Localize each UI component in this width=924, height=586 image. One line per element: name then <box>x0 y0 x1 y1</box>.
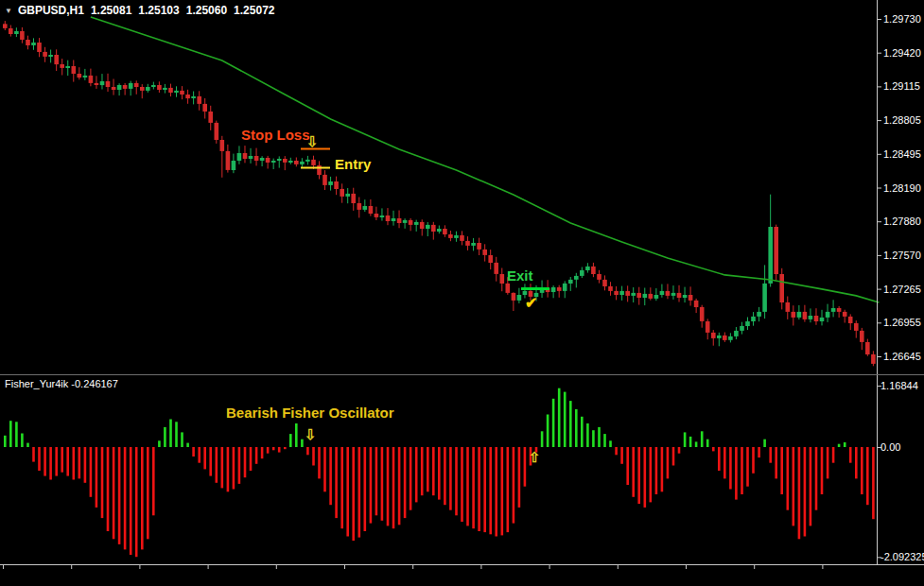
oscillator-bar <box>66 447 69 476</box>
candle-body <box>585 267 590 270</box>
candle-body <box>151 85 156 87</box>
oscillator-bar <box>637 447 640 504</box>
candle-body <box>437 229 442 232</box>
chevron-down-icon[interactable]: ▼ <box>5 7 12 15</box>
oscillator-bar <box>678 447 681 454</box>
candle-body <box>357 203 362 210</box>
oscillator-bar <box>272 447 275 450</box>
candle-body <box>83 76 88 78</box>
candle-body <box>460 235 464 241</box>
candle-body <box>854 323 859 331</box>
candle-body <box>706 321 710 333</box>
oscillator-bar <box>489 447 492 534</box>
oscillator-bar <box>689 437 692 447</box>
oscillator-bar <box>518 447 521 508</box>
oscillator-bar <box>352 447 355 541</box>
candle-body <box>597 274 601 280</box>
candle-body <box>254 156 259 161</box>
candle-body <box>26 40 30 45</box>
candle-body <box>232 161 236 170</box>
oscillator-bar <box>478 447 480 531</box>
candle-body <box>512 293 516 301</box>
candle-body <box>60 64 64 68</box>
oscillator-up-arrow-icon[interactable]: ⇧ <box>529 451 541 464</box>
oscillator-bar <box>524 447 527 487</box>
chart-canvas[interactable] <box>0 0 924 586</box>
oscillator-bar <box>752 447 755 474</box>
candle-body <box>671 293 676 296</box>
candle-body <box>386 215 391 221</box>
candle-body <box>734 331 739 336</box>
oscillator-bar <box>158 440 161 447</box>
candle-body <box>654 295 659 299</box>
candle-body <box>197 96 201 104</box>
candle-body <box>283 159 288 163</box>
candle-body <box>180 91 184 95</box>
candle-body <box>431 225 436 232</box>
candle-body <box>677 293 682 298</box>
oscillator-bar <box>301 440 304 447</box>
stop-loss-label[interactable]: Stop Loss <box>241 127 310 143</box>
candle-body <box>557 287 562 291</box>
oscillator-bar <box>775 447 777 478</box>
candle-body <box>837 308 842 312</box>
oscillator-bar <box>130 447 132 555</box>
oscillator-bar <box>250 447 253 471</box>
candle-body <box>9 28 13 34</box>
oscillator-bar <box>495 447 497 537</box>
oscillator-bar <box>798 447 801 539</box>
exit-label[interactable]: Exit <box>507 267 533 284</box>
oscillator-bar <box>164 427 166 447</box>
candle-body <box>779 274 784 302</box>
indicator-level-label: 1.16844 <box>880 380 918 391</box>
oscillator-bar <box>186 443 189 447</box>
oscillator-bar <box>449 447 452 510</box>
oscillator-bar <box>141 447 144 549</box>
candle-body <box>72 66 77 74</box>
oscillator-bar <box>181 432 183 447</box>
candle-body <box>397 218 402 223</box>
oscillator-bar <box>113 447 115 539</box>
oscillator-bar <box>318 447 321 478</box>
candle-body <box>174 91 179 93</box>
oscillator-bar <box>729 447 732 490</box>
candle-body <box>54 55 59 64</box>
oscillator-bar <box>695 441 698 447</box>
symbol-toolbar: ▼ GBPUSD,H1 1.25081 1.25103 1.25060 1.25… <box>5 4 275 17</box>
candle-body <box>820 318 825 321</box>
oscillator-bar <box>718 447 721 471</box>
candle-body <box>37 43 42 52</box>
candle-body <box>711 333 716 338</box>
check-icon[interactable]: ✔ <box>525 296 537 311</box>
candle-body <box>237 153 242 161</box>
candle-body <box>243 153 248 159</box>
candle-body <box>20 31 25 40</box>
oscillator-bar <box>38 447 41 471</box>
time-axis[interactable]: 14 May 201914 May 14:0015 May 02:0015 Ma… <box>0 565 924 586</box>
candle-body <box>803 312 808 319</box>
candle-body <box>129 83 133 89</box>
oscillator-bar <box>152 447 155 515</box>
candle-body <box>65 66 70 68</box>
candle-body <box>185 95 190 98</box>
candle-body <box>871 354 876 364</box>
oscillator-bar <box>198 447 200 463</box>
entry-label[interactable]: Entry <box>335 156 371 172</box>
oscillator-bar <box>810 447 812 526</box>
oscillator-annotation[interactable]: Bearish Fisher Oscillator <box>226 405 394 421</box>
candle-body <box>614 291 619 295</box>
candle-body <box>340 189 344 197</box>
candle-body <box>700 307 705 321</box>
candle-body <box>146 87 150 91</box>
oscillator-down-arrow-icon[interactable]: ⇩ <box>305 428 317 441</box>
candle-body <box>409 220 413 225</box>
oscillator-bar <box>90 447 93 497</box>
oscillator-bar <box>175 422 178 447</box>
candle-body <box>215 123 219 140</box>
oscillator-bar <box>216 447 218 483</box>
candle-body <box>689 295 693 301</box>
candle-body <box>208 112 213 123</box>
sell-signal-arrow-icon[interactable]: ⇩ <box>306 135 319 148</box>
oscillator-bar <box>221 447 224 488</box>
price-axis-label: 1.27265 <box>883 284 921 295</box>
